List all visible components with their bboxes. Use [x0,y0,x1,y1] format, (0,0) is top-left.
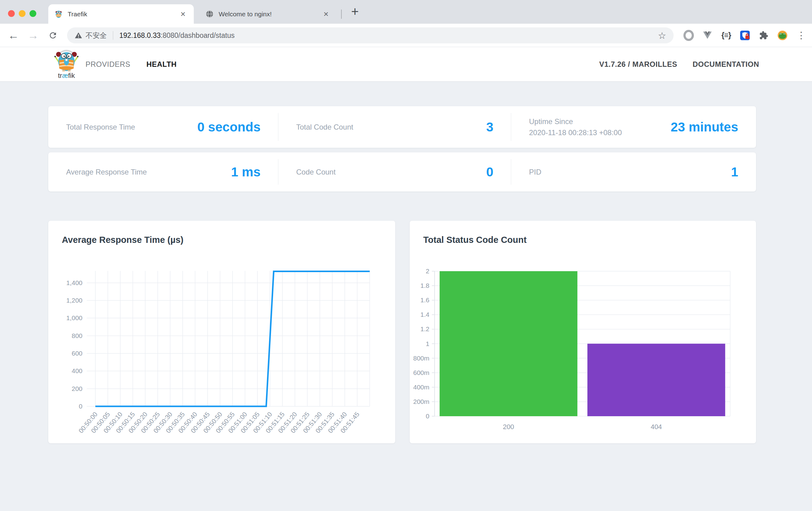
y-tick-label: 600 [72,350,82,357]
uptime-label-line1: Uptime Since [529,117,573,126]
stat-total-response-time: Total Response Time 0 seconds [48,106,278,148]
traefik-logo[interactable]: træfik [48,49,85,80]
profile-avatar[interactable] [777,30,788,41]
vue-logo-icon [703,31,712,40]
divider [113,31,113,40]
bar-200 [439,271,577,416]
stat-pid: PID 1 [511,152,756,191]
uptime-label-line2: 2020-11-18 00:28:13 +08:00 [529,128,622,137]
json-braces-glyph: {≡} [721,31,731,40]
ring-icon [684,30,694,41]
y-tick-label: 1.8 [420,282,429,289]
stat-value: 0 [486,165,493,180]
y-tick-label: 1,000 [66,314,82,321]
reload-glyph-icon [48,31,58,40]
documentation-link[interactable]: DOCUMENTATION [693,60,759,69]
extensions-puzzle-icon[interactable] [758,30,769,41]
puzzle-glyph-icon [759,31,768,40]
y-tick-label: 0 [79,403,82,410]
tab-title: Welcome to nginx! [219,10,321,18]
traffic-lights [8,10,36,17]
stat-uptime: Uptime Since 2020-11-18 00:28:13 +08:00 … [511,106,756,148]
stats-card-row1: Total Response Time 0 seconds Total Code… [48,106,756,148]
x-category-label: 200 [503,423,514,431]
security-label: 不安全 [86,31,107,40]
y-tick-label: 1,200 [66,297,82,304]
browser-menu-button[interactable]: ⋮ [796,30,807,41]
back-icon[interactable]: ← [5,24,22,47]
traefik-favicon-icon [54,10,63,18]
stat-average-response-time: Average Response Time 1 ms [48,152,278,191]
tab-strip: Traefik × Welcome to nginx! × + [0,0,812,24]
traefik-header: træfik PROVIDERS HEALTH V1.7.26 / MAROIL… [0,47,812,82]
stat-value: 1 ms [231,165,261,180]
tab-traefik[interactable]: Traefik × [48,4,194,24]
vue-devtools-icon[interactable] [702,30,713,41]
json-viewer-icon[interactable]: {≡} [721,30,731,41]
status-code-chart-card: Total Status Code Count 0200m400m600m800… [410,221,756,443]
zoom-window-button[interactable] [30,10,36,17]
tab-title: Traefik [68,10,178,18]
bookmark-star-icon[interactable]: ☆ [658,30,666,41]
shield-lock-icon [740,30,750,41]
x-category-label: 404 [650,423,662,431]
tab-close-icon[interactable]: × [178,9,187,19]
y-tick-label: 400 [72,367,82,374]
stat-label: Total Code Count [296,122,353,133]
y-tick-label: 600m [413,369,429,376]
traefik-wordmark: træfik [48,72,85,80]
y-tick-label: 1.4 [420,311,430,318]
stat-label: Average Response Time [66,166,147,178]
stat-value: 23 minutes [671,120,738,135]
header-right: V1.7.26 / MAROILLES DOCUMENTATION [599,47,759,81]
nav-health[interactable]: HEALTH [146,60,177,69]
response-time-chart-card: Average Response Time (µs) 0200400600800… [48,221,395,443]
y-tick-label: 400m [413,383,429,391]
version-label: V1.7.26 / MAROILLES [599,60,677,69]
status-code-bar-chart: 0200m400m600m800m11.21.41.61.82200404 [410,221,756,443]
security-chip[interactable]: 不安全 [75,31,107,40]
y-tick-label: 200m [413,398,429,405]
stat-label: Total Response Time [66,122,135,133]
stat-total-code-count: Total Code Count 3 [278,106,511,148]
stat-label: Uptime Since 2020-11-18 00:28:13 +08:00 [529,116,622,138]
url-host: 192.168.0.33 [119,31,161,39]
y-tick-label: 1.6 [420,296,429,303]
y-tick-label: 0 [426,412,429,420]
globe-favicon-icon [205,10,214,18]
tab-close-icon[interactable]: × [321,9,331,19]
close-window-button[interactable] [8,10,15,17]
reload-icon[interactable] [45,24,61,47]
tab-nginx[interactable]: Welcome to nginx! × [199,4,337,24]
stat-code-count: Code Count 0 [278,152,511,191]
stat-label: PID [529,166,541,178]
stat-value: 0 seconds [198,120,261,135]
response-time-line-chart: 02004006008001,0001,2001,40000:50:0000:5… [48,221,395,443]
traefik-gopher-icon [52,49,81,72]
forward-icon[interactable]: → [25,24,41,47]
y-tick-label: 200 [72,385,82,392]
header-nav: PROVIDERS HEALTH [86,47,177,81]
extensions-row: {≡} ⋮ [684,24,807,47]
circle-extension-icon[interactable] [684,30,694,41]
warning-triangle-icon [75,31,82,39]
menu-dots-icon: ⋮ [796,30,806,41]
y-tick-label: 800 [72,332,82,339]
nav-providers[interactable]: PROVIDERS [86,60,130,69]
y-tick-label: 2 [426,268,429,275]
address-bar[interactable]: 不安全 192.168.0.33:8080/dashboard/status ☆ [67,27,674,44]
minimize-window-button[interactable] [19,10,26,17]
frog-avatar-icon [777,30,788,41]
tab-separator [341,9,342,19]
stat-value: 1 [731,165,738,180]
stats-card-row2: Average Response Time 1 ms Code Count 0 … [48,152,756,191]
bitwarden-icon[interactable] [740,30,750,41]
stat-value: 3 [486,120,493,135]
new-tab-button[interactable]: + [347,5,363,19]
bar-404 [587,344,725,416]
y-tick-label: 1,400 [66,279,82,286]
url-text: 192.168.0.33:8080/dashboard/status [119,31,235,40]
y-tick-label: 1.2 [420,325,429,332]
url-path: :8080/dashboard/status [161,31,234,39]
y-tick-label: 1 [426,340,429,347]
